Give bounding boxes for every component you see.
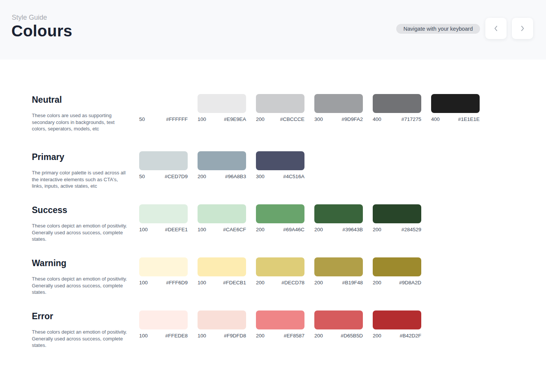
swatch-row: 100 #FFF6D9 100 #FDECB1 200 #DECD78 200 … (139, 257, 421, 285)
swatch-labels: 200 #69A46C (256, 227, 304, 232)
swatch-labels: 200 #39643B (314, 227, 363, 232)
swatch-labels: 200 #9D8A2D (373, 280, 421, 285)
swatch-hex: #CED7D9 (165, 174, 188, 179)
swatch: 300 #4C516A (256, 151, 304, 179)
swatch-row: 100 #DEEFE1 100 #CAE6CF 200 #69A46C 200 … (139, 204, 421, 232)
swatch-color (314, 204, 363, 223)
swatch-scale: 50 (139, 116, 145, 122)
swatch-hex: #717275 (401, 116, 421, 122)
swatch-labels: 200 #B42D2F (373, 333, 421, 339)
chevron-left-icon (492, 24, 500, 33)
section-description: These colors depict an emotion of positi… (32, 223, 127, 243)
page-header: Style Guide Colours Navigate with your k… (0, 0, 546, 60)
section-description: These colors depict an emotion of positi… (32, 329, 127, 349)
swatch: 200 #69A46C (256, 204, 304, 232)
prev-button[interactable] (485, 18, 507, 39)
swatch-scale: 100 (139, 280, 148, 285)
swatch-color (314, 310, 363, 329)
swatch-labels: 100 #DEEFE1 (139, 227, 188, 232)
swatch-row: 50 #CED7D9 200 #96A8B3 300 #4C516A (139, 151, 304, 179)
swatch-labels: 300 #9D9FA2 (314, 116, 363, 122)
swatch-color (314, 94, 363, 113)
swatch-color (256, 204, 304, 223)
swatch-hex: #96A8B3 (225, 174, 246, 179)
section-info: Error These colors depict an emotion of … (32, 310, 139, 349)
swatch-scale: 200 (314, 227, 323, 232)
swatch-labels: 200 #CBCCCE (256, 116, 304, 122)
swatch-scale: 50 (139, 174, 145, 179)
swatch-scale: 100 (198, 227, 206, 232)
swatch-labels: 100 #FDECB1 (198, 280, 246, 285)
swatch-labels: 100 #CAE6CF (198, 227, 246, 232)
swatch-color (139, 204, 188, 223)
color-section-neutral: Neutral These colors are used as support… (32, 94, 546, 151)
page-title: Colours (11, 22, 72, 40)
swatch: 100 #DEEFE1 (139, 204, 188, 232)
section-title: Error (32, 311, 128, 321)
color-sections: Neutral These colors are used as support… (0, 60, 546, 364)
swatch-hex: #D65B5D (340, 333, 363, 339)
color-section-success: Success These colors depict an emotion o… (32, 204, 546, 257)
swatch-labels: 200 #284529 (373, 227, 421, 232)
swatch-color (373, 94, 421, 113)
swatch-labels: 200 #D65B5D (314, 333, 363, 339)
swatch: 200 #9D8A2D (373, 257, 421, 285)
swatch-scale: 300 (314, 116, 323, 122)
swatch-scale: 200 (373, 280, 381, 285)
swatch-hex: #284529 (401, 227, 421, 232)
swatch-scale: 100 (139, 227, 148, 232)
swatch-hex: #4C516A (283, 174, 304, 179)
swatch-labels: 100 #E9E9EA (198, 116, 246, 122)
swatch-color (198, 310, 246, 329)
swatch-color (256, 257, 304, 276)
swatch-color (198, 94, 246, 113)
swatch-scale: 200 (256, 116, 265, 122)
swatch: 50 #FFFFFF (139, 94, 188, 122)
swatch: 100 #CAE6CF (198, 204, 246, 232)
swatch-hex: #FFEDE8 (165, 333, 188, 339)
swatch-hex: #1E1E1E (458, 116, 480, 122)
eyebrow-label: Style Guide (12, 14, 47, 22)
swatch-row: 50 #FFFFFF 100 #E9E9EA 200 #CBCCCE 300 #… (139, 94, 480, 122)
swatch-scale: 400 (373, 116, 381, 122)
swatch: 400 #717275 (373, 94, 421, 122)
swatch-hex: #39643B (342, 227, 363, 232)
swatch: 100 #FFF6D9 (139, 257, 188, 285)
section-description: The primary color palette is used across… (32, 169, 127, 190)
swatch: 200 #96A8B3 (198, 151, 246, 179)
swatch: 200 #CBCCCE (256, 94, 304, 122)
swatch-color (198, 257, 246, 276)
swatch-labels: 200 #B19F48 (314, 280, 363, 285)
swatch: 50 #CED7D9 (139, 151, 188, 179)
swatch-color (431, 94, 480, 113)
swatch: 300 #9D9FA2 (314, 94, 363, 122)
swatch-hex: #E9E9EA (224, 116, 246, 122)
swatch-labels: 400 #1E1E1E (431, 116, 480, 122)
swatch-color (139, 257, 188, 276)
swatch-color (373, 257, 421, 276)
swatch: 400 #1E1E1E (431, 94, 480, 122)
swatch-color (256, 310, 304, 329)
swatch-hex: #CAE6CF (223, 227, 246, 232)
keyboard-hint-badge: Navigate with your keyboard (396, 24, 480, 34)
swatch-scale: 200 (256, 280, 265, 285)
swatch-scale: 100 (198, 333, 206, 339)
next-button[interactable] (512, 18, 533, 39)
swatch-hex: #FDECB1 (223, 280, 246, 285)
swatch-hex: #EF8587 (284, 333, 304, 339)
swatch-color (373, 204, 421, 223)
swatch-scale: 100 (198, 116, 206, 122)
swatch-color (139, 151, 188, 170)
section-description: These colors depict an emotion of positi… (32, 276, 127, 296)
swatch-scale: 400 (431, 116, 440, 122)
swatch-hex: #FFFFFF (166, 116, 188, 122)
swatch-labels: 200 #EF8587 (256, 333, 304, 339)
section-info: Success These colors depict an emotion o… (32, 204, 139, 243)
section-info: Neutral These colors are used as support… (32, 94, 139, 132)
swatch-row: 100 #FFEDE8 100 #F9DFD8 200 #EF8587 200 … (139, 310, 421, 339)
swatch: 100 #FDECB1 (198, 257, 246, 285)
chevron-right-icon (518, 24, 527, 33)
swatch-scale: 200 (256, 333, 265, 339)
swatch: 200 #39643B (314, 204, 363, 232)
swatch-hex: #69A46C (283, 227, 304, 232)
